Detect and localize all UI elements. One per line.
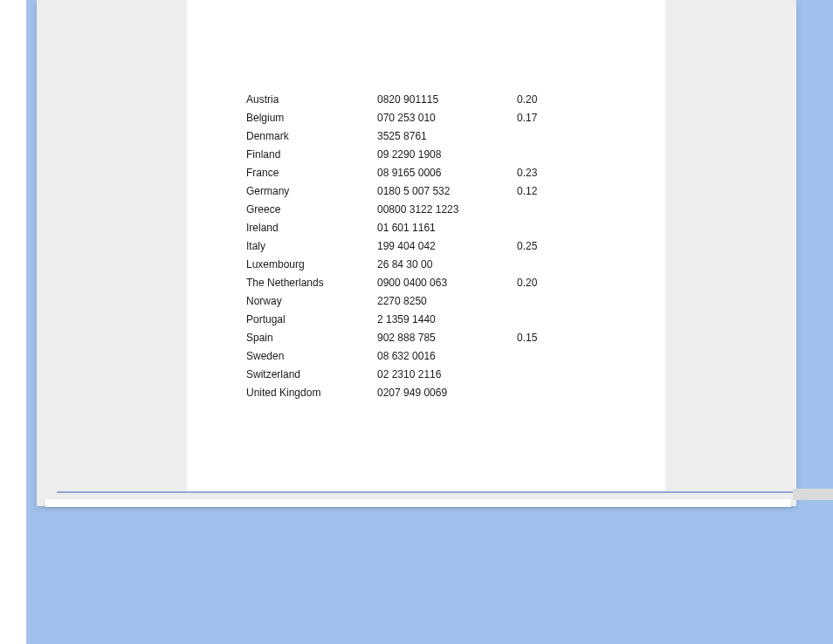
table-row: Austria0820 9011150.20 xyxy=(246,94,569,113)
table-row: Belgium070 253 0100.17 xyxy=(246,113,569,131)
rate-cell: 0.20 xyxy=(517,94,569,105)
phone-cell: 09 2290 1908 xyxy=(377,149,517,160)
country-cell: Germany xyxy=(246,186,377,196)
document-page: Austria0820 9011150.20Belgium070 253 010… xyxy=(187,0,665,493)
table-row: Ireland01 601 1161 xyxy=(246,223,569,241)
page-bottom-strip xyxy=(45,499,791,507)
table-row: Greece00800 3122 1223 xyxy=(246,204,569,223)
country-cell: Greece xyxy=(246,204,377,215)
country-cell: Italy xyxy=(246,241,377,251)
rate-cell: 0.15 xyxy=(517,332,569,343)
phone-cell: 00800 3122 1223 xyxy=(377,204,517,215)
country-cell: Spain xyxy=(246,332,377,343)
table-row: Denmark3525 8761 xyxy=(246,131,569,149)
phone-cell: 902 888 785 xyxy=(377,332,517,343)
country-cell: Austria xyxy=(246,94,377,105)
table-row: Norway2270 8250 xyxy=(246,296,569,314)
table-row: United Kingdom0207 949 0069 xyxy=(246,387,569,406)
phone-cell: 02 2310 2116 xyxy=(377,369,517,380)
phone-cell: 0180 5 007 532 xyxy=(377,186,517,196)
country-cell: France xyxy=(246,168,377,178)
rate-cell: 0.17 xyxy=(517,113,569,123)
country-cell: Belgium xyxy=(246,113,377,123)
country-cell: United Kingdom xyxy=(246,387,377,398)
country-cell: Finland xyxy=(246,149,377,160)
rate-cell: 0.20 xyxy=(517,277,569,288)
rate-cell: 0.12 xyxy=(517,186,569,196)
phone-cell: 0900 0400 063 xyxy=(377,277,517,288)
country-cell: Sweden xyxy=(246,351,377,361)
document-outer-panel: Austria0820 9011150.20Belgium070 253 010… xyxy=(37,0,796,506)
country-cell: The Netherlands xyxy=(246,277,377,288)
rate-cell: 0.25 xyxy=(517,241,569,251)
table-row: Spain902 888 7850.15 xyxy=(246,332,569,351)
country-cell: Norway xyxy=(246,296,377,306)
right-edge-tab xyxy=(793,489,833,500)
country-cell: Luxembourg xyxy=(246,259,377,270)
phone-cell: 0207 949 0069 xyxy=(377,387,517,398)
phone-cell: 2270 8250 xyxy=(377,296,517,306)
rate-cell: 0.23 xyxy=(517,168,569,178)
phone-rate-table: Austria0820 9011150.20Belgium070 253 010… xyxy=(246,94,569,406)
table-row: Finland09 2290 1908 xyxy=(246,149,569,168)
country-cell: Portugal xyxy=(246,314,377,325)
table-row: France08 9165 00060.23 xyxy=(246,168,569,186)
table-row: The Netherlands0900 0400 0630.20 xyxy=(246,277,569,296)
table-row: Portugal2 1359 1440 xyxy=(246,314,569,332)
table-row: Luxembourg26 84 30 00 xyxy=(246,259,569,277)
phone-cell: 01 601 1161 xyxy=(377,223,517,233)
phone-cell: 08 632 0016 xyxy=(377,351,517,361)
phone-cell: 08 9165 0006 xyxy=(377,168,517,178)
country-cell: Switzerland xyxy=(246,369,377,380)
phone-cell: 0820 901115 xyxy=(377,94,517,105)
phone-cell: 199 404 042 xyxy=(377,241,517,251)
phone-cell: 070 253 010 xyxy=(377,113,517,123)
table-row: Italy199 404 0420.25 xyxy=(246,241,569,259)
table-row: Switzerland02 2310 2116 xyxy=(246,369,569,387)
phone-cell: 2 1359 1440 xyxy=(377,314,517,325)
table-row: Sweden08 632 0016 xyxy=(246,351,569,369)
country-cell: Ireland xyxy=(246,223,377,233)
phone-cell: 3525 8761 xyxy=(377,131,517,141)
table-row: Germany0180 5 007 5320.12 xyxy=(246,186,569,204)
phone-cell: 26 84 30 00 xyxy=(377,259,517,270)
country-cell: Denmark xyxy=(246,131,377,141)
horizontal-divider xyxy=(57,491,793,493)
